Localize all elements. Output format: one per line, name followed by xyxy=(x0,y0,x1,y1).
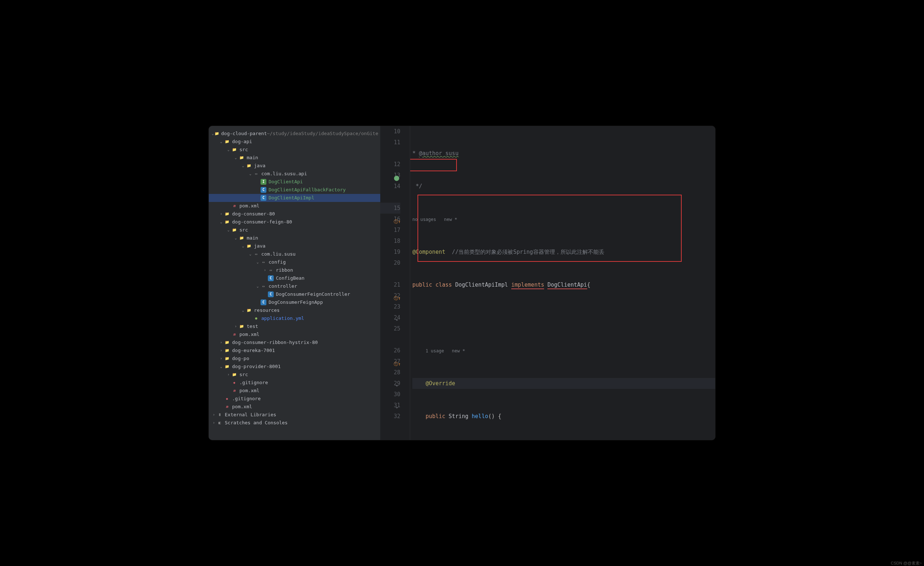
expand-arrow-icon[interactable]: ⌄ xyxy=(255,258,260,266)
gutter-line[interactable]: 24⏷ xyxy=(380,312,400,323)
fold-icon[interactable]: ⏷ xyxy=(394,315,399,320)
tree-item-com-liu-susu-api[interactable]: ⌄▭com.liu.susu.api xyxy=(209,170,380,178)
expand-arrow-icon[interactable] xyxy=(219,395,224,403)
tree-item-src[interactable]: ⌄📁src xyxy=(209,146,380,154)
tree-item-dog-consumer-feign-80[interactable]: ⌄📁dog-consumer-feign-80 xyxy=(209,218,380,226)
override-icon[interactable]: ⓘ↑ xyxy=(394,216,399,221)
gutter-line[interactable] xyxy=(380,268,400,279)
tree-item-dogclientapiimpl[interactable]: CDogClientApiImpl xyxy=(209,194,380,202)
expand-arrow-icon[interactable]: ⌄ xyxy=(234,154,238,162)
expand-arrow-icon[interactable] xyxy=(226,387,231,395)
tree-item-controller[interactable]: ⌄▭controller xyxy=(209,282,380,290)
expand-arrow-icon[interactable] xyxy=(226,379,231,387)
expand-arrow-icon[interactable] xyxy=(263,274,267,282)
gutter-line[interactable]: 28 xyxy=(380,367,400,378)
expand-arrow-icon[interactable]: ⌄ xyxy=(248,170,252,178)
expand-arrow-icon[interactable]: › xyxy=(226,370,231,379)
gutter-line[interactable]: 29⏷ xyxy=(380,378,400,389)
fold-icon[interactable]: ⏷ xyxy=(394,402,399,408)
tree-item-dog-provider-8001[interactable]: ⌄📁dog-provider-8001 xyxy=(209,363,380,370)
expand-arrow-icon[interactable]: › xyxy=(212,411,216,419)
tree-item-ribbon[interactable]: ›▭ribbon xyxy=(209,266,380,274)
expand-arrow-icon[interactable]: › xyxy=(219,339,224,346)
spring-bean-icon[interactable]: ⬤ xyxy=(394,172,399,178)
gutter-line[interactable]: 23 xyxy=(380,301,400,312)
expand-arrow-icon[interactable] xyxy=(219,403,224,411)
expand-arrow-icon[interactable]: ⌄ xyxy=(226,226,231,234)
tree-item-dogconsumerfeigncontroller[interactable]: CDogConsumerFeignController xyxy=(209,290,380,298)
expand-arrow-icon[interactable]: ⌄ xyxy=(219,218,224,226)
gutter-line[interactable]: 31⏷ xyxy=(380,400,400,411)
tree-item-dog-cloud-parent[interactable]: ⌄📁dog-cloud-parent ~/study/ideaStudy/ide… xyxy=(209,129,380,138)
tree-item--gitignore[interactable]: ◆.gitignore xyxy=(209,379,380,387)
override-icon[interactable]: ⓘ↑ xyxy=(394,358,399,364)
gutter-line[interactable] xyxy=(380,148,400,159)
tree-item-dog-api[interactable]: ⌄📁dog-api xyxy=(209,138,380,146)
tree-item-scratches-and-consoles[interactable]: ›◧Scratches and Consoles xyxy=(209,419,380,427)
tree-item-configbean[interactable]: CConfigBean xyxy=(209,274,380,282)
expand-arrow-icon[interactable]: ⌄ xyxy=(212,129,214,138)
expand-arrow-icon[interactable]: ⌄ xyxy=(241,242,245,250)
expand-arrow-icon[interactable]: ⌄ xyxy=(219,363,224,370)
expand-arrow-icon[interactable]: ⌄ xyxy=(219,138,224,146)
gutter-line[interactable]: 13⬤ xyxy=(380,170,400,181)
tree-item-main[interactable]: ⌄📁main xyxy=(209,234,380,242)
expand-arrow-icon[interactable]: ⌄ xyxy=(248,250,252,258)
code-area[interactable]: * @author susu */ no usages new * @Compo… xyxy=(410,126,715,440)
tree-item-application-yml[interactable]: ●application.yml xyxy=(209,315,380,322)
tree-item-dog-eureka-7001[interactable]: ›📁dog-eureka-7001 xyxy=(209,346,380,355)
expand-arrow-icon[interactable] xyxy=(263,290,267,298)
expand-arrow-icon[interactable]: › xyxy=(212,419,216,427)
expand-arrow-icon[interactable] xyxy=(248,315,252,322)
gutter-line[interactable]: 17 xyxy=(380,224,400,236)
project-tree[interactable]: ⌄📁dog-cloud-parent ~/study/ideaStudy/ide… xyxy=(209,126,380,440)
gutter-line[interactable]: 22ⓘ↑ xyxy=(380,290,400,301)
expand-arrow-icon[interactable] xyxy=(255,178,260,186)
tree-item-dog-consumer-ribbon-hystrix-80[interactable]: ›📁dog-consumer-ribbon-hystrix-80 xyxy=(209,339,380,346)
expand-arrow-icon[interactable]: › xyxy=(263,266,267,274)
expand-arrow-icon[interactable] xyxy=(255,298,260,306)
gutter-line[interactable]: 12 xyxy=(380,159,400,170)
tree-item-pom-xml[interactable]: mpom.xml xyxy=(209,387,380,395)
gutter-line[interactable]: 21 xyxy=(380,279,400,290)
expand-arrow-icon[interactable] xyxy=(255,186,260,194)
gutter-line[interactable]: 18 xyxy=(380,236,400,247)
expand-arrow-icon[interactable] xyxy=(255,194,260,202)
tree-item-src[interactable]: ⌄📁src xyxy=(209,226,380,234)
tree-item-dog-consumer-80[interactable]: ›📁dog-consumer-80 xyxy=(209,210,380,218)
gutter-line[interactable] xyxy=(380,334,400,345)
tree-item-pom-xml[interactable]: mpom.xml xyxy=(209,403,380,411)
tree-item-java[interactable]: ⌄📁java xyxy=(209,242,380,250)
expand-arrow-icon[interactable]: › xyxy=(234,322,238,330)
fold-icon[interactable]: ⏷ xyxy=(394,381,399,385)
tree-item-pom-xml[interactable]: mpom.xml xyxy=(209,330,380,339)
expand-arrow-icon[interactable] xyxy=(226,330,231,339)
gutter-line[interactable]: 32 xyxy=(380,411,400,422)
gutter-line[interactable]: 11 xyxy=(380,137,400,148)
gutter-line[interactable]: 14 xyxy=(380,181,400,192)
tree-item-dogclientapifallbackfactory[interactable]: CDogClientApiFallbackFactory xyxy=(209,186,380,194)
tree-item-dog-po[interactable]: ›📁dog-po xyxy=(209,355,380,363)
tree-item-pom-xml[interactable]: mpom.xml xyxy=(209,202,380,210)
gutter-line[interactable]: 25 xyxy=(380,323,400,334)
gutter-line[interactable]: 30 xyxy=(380,389,400,400)
code-editor[interactable]: 10111213⬤141516ⓘ↑171819202122ⓘ↑2324⏷2526… xyxy=(380,126,715,440)
tree-item-resources[interactable]: ⌄📁resources xyxy=(209,306,380,315)
expand-arrow-icon[interactable] xyxy=(226,202,231,210)
expand-arrow-icon[interactable]: ⌄ xyxy=(226,146,231,154)
tree-item-java[interactable]: ⌄📁java xyxy=(209,162,380,170)
tree-item-external-libraries[interactable]: ›⫴External Libraries xyxy=(209,411,380,419)
gutter-line[interactable]: 16ⓘ↑ xyxy=(380,214,400,224)
override-icon[interactable]: ⓘ↑ xyxy=(394,293,399,298)
expand-arrow-icon[interactable]: ⌄ xyxy=(255,282,260,290)
tree-item-src[interactable]: ›📁src xyxy=(209,370,380,379)
tree-item-dogclientapi[interactable]: IDogClientApi xyxy=(209,178,380,186)
tree-item-test[interactable]: ›📁test xyxy=(209,322,380,330)
gutter-line[interactable]: 20 xyxy=(380,257,400,268)
expand-arrow-icon[interactable]: › xyxy=(219,210,224,218)
tree-item-config[interactable]: ⌄▭config xyxy=(209,258,380,266)
gutter-line[interactable]: 19 xyxy=(380,247,400,257)
expand-arrow-icon[interactable]: › xyxy=(219,346,224,355)
gutter-line[interactable] xyxy=(380,192,400,203)
tree-item--gitignore[interactable]: ◆.gitignore xyxy=(209,395,380,403)
